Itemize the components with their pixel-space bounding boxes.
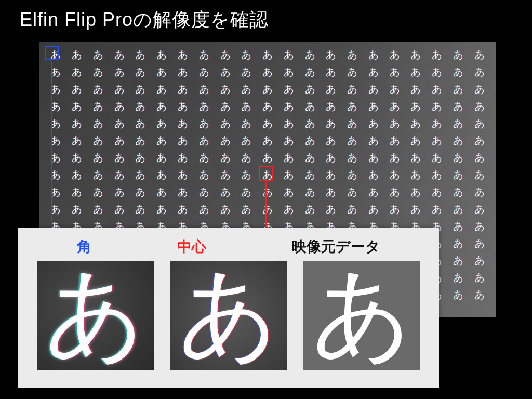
grid-cell: あ <box>193 98 215 115</box>
grid-row: あああああああああああああああああああああ <box>45 184 490 201</box>
grid-cell: あ <box>278 115 299 132</box>
grid-cell: あ <box>151 81 172 98</box>
grid-cell: あ <box>469 81 490 98</box>
grid-cell: あ <box>193 47 215 64</box>
grid-cell: あ <box>405 150 427 167</box>
grid-cell: あ <box>469 47 490 64</box>
grid-cell: あ <box>215 98 236 115</box>
grid-cell: あ <box>109 98 130 115</box>
page-title: Elfin Flip Proの解像度を確認 <box>20 7 269 33</box>
grid-cell: あ <box>448 167 469 184</box>
grid-cell: あ <box>405 115 427 132</box>
grid-cell: あ <box>130 64 151 81</box>
grid-cell: あ <box>384 98 405 115</box>
glyph-source: あ <box>312 263 413 362</box>
grid-cell: あ <box>427 115 448 132</box>
grid-cell: あ <box>66 150 88 167</box>
grid-row: あああああああああああああああああああああ <box>45 64 490 81</box>
grid-cell: あ <box>448 201 469 218</box>
grid-cell: あ <box>299 132 321 150</box>
grid-cell: あ <box>130 47 151 64</box>
grid-cell: あ <box>236 64 257 81</box>
grid-cell: あ <box>151 64 172 81</box>
grid-cell: あ <box>384 132 405 150</box>
grid-cell: あ <box>45 132 66 150</box>
grid-cell: あ <box>151 167 172 184</box>
grid-cell: あ <box>321 132 342 150</box>
grid-cell: あ <box>469 150 490 167</box>
glyph-corner: あ <box>45 263 145 362</box>
grid-cell: あ <box>257 184 278 201</box>
grid-cell: あ <box>257 47 278 64</box>
grid-cell: あ <box>448 47 469 64</box>
grid-cell: あ <box>172 167 194 184</box>
center-highlight-box <box>259 166 273 181</box>
grid-cell: あ <box>278 64 299 81</box>
grid-cell: あ <box>278 98 299 115</box>
grid-cell: あ <box>384 201 405 218</box>
grid-cell: あ <box>321 201 342 218</box>
grid-cell: あ <box>130 81 151 98</box>
grid-cell: あ <box>342 47 363 64</box>
grid-cell: あ <box>151 115 172 132</box>
grid-cell: あ <box>469 184 490 201</box>
grid-cell: あ <box>66 64 88 81</box>
grid-cell: あ <box>66 47 88 64</box>
grid-cell: あ <box>109 184 130 201</box>
grid-cell: あ <box>109 201 130 218</box>
grid-cell: あ <box>88 47 109 64</box>
grid-cell: あ <box>215 81 236 98</box>
grid-cell: あ <box>384 81 405 98</box>
grid-cell: あ <box>45 98 66 115</box>
grid-cell: あ <box>151 201 172 218</box>
glyph-center: あ <box>178 263 279 362</box>
grid-cell: あ <box>469 201 490 218</box>
grid-cell: あ <box>342 184 363 201</box>
grid-cell: あ <box>236 167 257 184</box>
grid-cell: あ <box>299 150 321 167</box>
grid-cell: あ <box>278 167 299 184</box>
grid-cell: あ <box>384 47 405 64</box>
grid-cell: あ <box>236 150 257 167</box>
grid-cell: あ <box>278 150 299 167</box>
grid-cell: あ <box>278 132 299 150</box>
grid-cell: あ <box>151 98 172 115</box>
grid-cell: あ <box>363 167 384 184</box>
grid-cell: あ <box>299 184 321 201</box>
grid-cell: あ <box>469 115 490 132</box>
grid-cell: あ <box>469 167 490 184</box>
grid-cell: あ <box>193 81 215 98</box>
grid-cell: あ <box>172 184 194 201</box>
swatch-corner: あ <box>37 261 154 370</box>
grid-cell: あ <box>448 218 469 235</box>
grid-cell: あ <box>342 64 363 81</box>
grid-cell: あ <box>448 98 469 115</box>
magnified-panel: 角 中心 映像元データ あ あ あ <box>18 228 439 388</box>
grid-cell: あ <box>405 201 427 218</box>
grid-row: あああああああああああああああああああああ <box>45 98 490 115</box>
grid-cell: あ <box>193 132 215 150</box>
grid-cell: あ <box>130 167 151 184</box>
grid-cell: あ <box>321 184 342 201</box>
grid-cell: あ <box>88 98 109 115</box>
grid-cell: あ <box>257 81 278 98</box>
grid-row: あああああああああああああああああああああ <box>45 81 490 98</box>
grid-cell: あ <box>405 81 427 98</box>
grid-cell: あ <box>151 184 172 201</box>
grid-cell: あ <box>66 132 88 150</box>
grid-cell: あ <box>66 81 88 98</box>
grid-cell: あ <box>448 270 469 287</box>
grid-cell: あ <box>384 167 405 184</box>
grid-cell: あ <box>236 201 257 218</box>
grid-cell: あ <box>405 184 427 201</box>
grid-cell: あ <box>405 132 427 150</box>
grid-cell: あ <box>66 115 88 132</box>
grid-cell: あ <box>88 64 109 81</box>
grid-cell: あ <box>299 81 321 98</box>
grid-cell: あ <box>448 150 469 167</box>
grid-cell: あ <box>448 235 469 252</box>
grid-cell: あ <box>193 64 215 81</box>
grid-cell: あ <box>109 167 130 184</box>
grid-cell: あ <box>172 98 194 115</box>
grid-cell: あ <box>321 167 342 184</box>
